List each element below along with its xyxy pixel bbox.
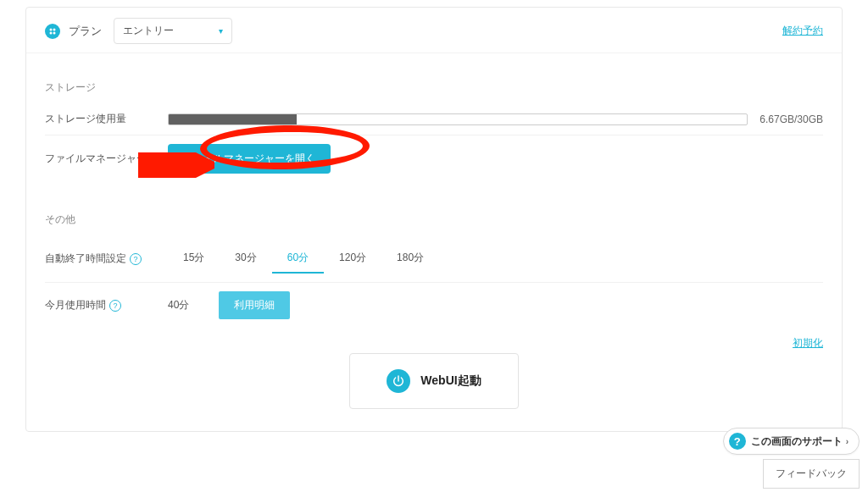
autoend-label-text: 自動終了時間設定: [45, 252, 126, 266]
plan-label: プラン: [69, 24, 102, 39]
help-icon[interactable]: ?: [130, 253, 142, 265]
storage-usage-row: ストレージ使用量 6.67GB/30GB: [45, 103, 823, 135]
svg-point-0: [50, 28, 53, 30]
file-manager-row: ファイルマネージャー ? ファイルマネージャーを開く: [45, 135, 823, 194]
month-usage-value: 40分: [168, 298, 219, 312]
plan-select[interactable]: エントリー ▾: [114, 18, 232, 44]
help-icon[interactable]: ?: [150, 153, 162, 165]
month-usage-label: 今月使用時間 ?: [45, 298, 168, 312]
panel-body: ストレージ ストレージ使用量 6.67GB/30GB ファイルマネージャー ? …: [26, 53, 842, 328]
file-manager-label-text: ファイルマネージャー: [45, 152, 147, 166]
autoend-options: 15分30分60分120分180分: [168, 244, 439, 274]
settings-panel: プラン エントリー ▾ 解約予約 ストレージ ストレージ使用量 6.67GB/3…: [25, 7, 843, 432]
autoend-row: 自動終了時間設定 ? 15分30分60分120分180分: [45, 235, 823, 283]
autoend-option[interactable]: 30分: [220, 244, 271, 274]
storage-usage-text: 6.67GB/30GB: [760, 113, 823, 125]
month-usage-row: 今月使用時間 ? 40分 利用明細: [45, 283, 823, 328]
plan-row: プラン エントリー ▾ 解約予約: [26, 8, 842, 53]
storage-bar: [168, 113, 748, 125]
usage-detail-button[interactable]: 利用明細: [219, 291, 290, 319]
power-icon: [387, 369, 410, 393]
chevron-down-icon: ▾: [219, 26, 223, 36]
autoend-option[interactable]: 15分: [168, 244, 220, 274]
autoend-option[interactable]: 180分: [381, 244, 439, 274]
cancel-reservation-link[interactable]: 解約予約: [782, 24, 823, 38]
autoend-label: 自動終了時間設定 ?: [45, 252, 168, 266]
webui-launch-button[interactable]: WebUI起動: [349, 353, 519, 409]
webui-launch-label: WebUI起動: [420, 373, 481, 389]
help-icon[interactable]: ?: [109, 300, 121, 312]
storage-bar-fill: [169, 114, 297, 124]
svg-point-1: [53, 28, 56, 30]
plan-select-value: エントリー: [123, 24, 174, 38]
storage-section-title: ストレージ: [45, 80, 823, 95]
autoend-option[interactable]: 120分: [324, 244, 381, 274]
open-file-manager-button[interactable]: ファイルマネージャーを開く: [168, 144, 331, 174]
autoend-option[interactable]: 60分: [272, 244, 324, 274]
month-usage-label-text: 今月使用時間: [45, 298, 106, 312]
storage-usage-label: ストレージ使用量: [45, 112, 168, 126]
svg-point-2: [50, 31, 53, 34]
other-section-title: その他: [45, 213, 823, 227]
reset-link[interactable]: 初期化: [793, 336, 823, 351]
page-support-button[interactable]: ? この画面のサポート ›: [723, 428, 860, 432]
brain-icon: [45, 24, 60, 39]
file-manager-label: ファイルマネージャー ?: [45, 152, 168, 166]
svg-point-3: [53, 31, 56, 34]
